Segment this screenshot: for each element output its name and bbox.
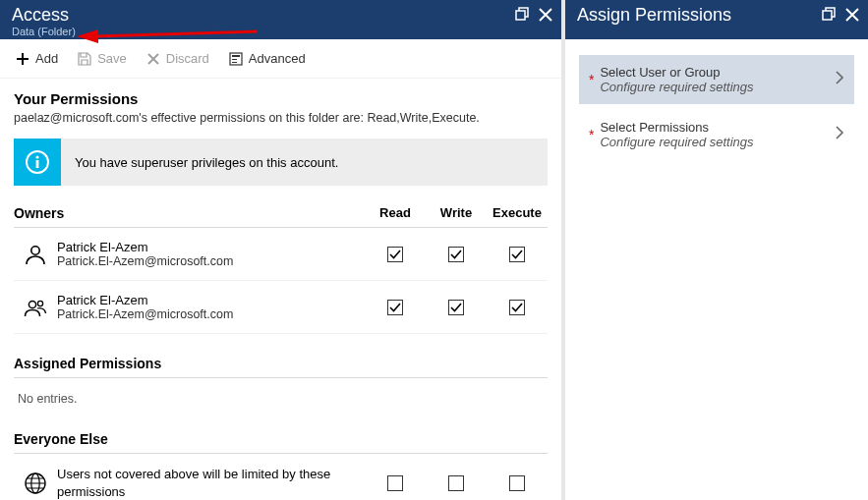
select-permissions[interactable]: * Select Permissions Configure required …	[579, 110, 854, 159]
restore-icon[interactable]	[514, 7, 530, 27]
owner0-execute-checkbox[interactable]	[509, 247, 525, 262]
chevron-right-icon	[835, 71, 844, 88]
discard-button: Discard	[139, 47, 217, 70]
col-write: Write	[426, 205, 487, 221]
svg-rect-2	[232, 55, 240, 57]
svg-point-6	[35, 155, 38, 158]
add-button[interactable]: Add	[8, 47, 66, 70]
person-icon	[14, 243, 57, 266]
access-subtitle: Data (Folder)	[12, 26, 514, 37]
setting-title: Select User or Group	[600, 65, 835, 80]
access-panel: Access Data (Folder) Add Save Discard Ad…	[0, 0, 565, 500]
svg-rect-0	[516, 11, 525, 20]
owner-email: Patrick.El-Azem@microsoft.com	[57, 307, 365, 321]
access-titlebar: Access Data (Folder)	[0, 0, 561, 39]
owners-header: Owners Read Write Execute	[14, 205, 548, 228]
svg-rect-7	[36, 160, 39, 168]
advanced-button[interactable]: Advanced	[221, 47, 314, 70]
toolbar: Add Save Discard Advanced	[0, 39, 561, 79]
restore-icon[interactable]	[821, 7, 837, 27]
group-icon	[14, 296, 57, 319]
close-icon[interactable]	[844, 7, 860, 27]
close-icon[interactable]	[538, 7, 553, 27]
owner1-execute-checkbox[interactable]	[509, 300, 525, 315]
everyone-heading: Everyone Else	[14, 431, 548, 454]
setting-sub: Configure required settings	[600, 135, 835, 149]
assigned-empty: No entries.	[14, 378, 548, 427]
svg-rect-13	[823, 11, 832, 20]
everyone-row: Users not covered above will be limited …	[14, 454, 548, 500]
info-banner-text: You have superuser privileges on this ac…	[61, 155, 338, 170]
advanced-icon	[229, 52, 243, 66]
owner-row: Patrick El-Azem Patrick.El-Azem@microsof…	[14, 228, 548, 281]
required-indicator: *	[589, 128, 594, 141]
discard-icon	[146, 52, 160, 66]
everyone-read-checkbox[interactable]	[387, 475, 403, 491]
owners-heading: Owners	[14, 205, 365, 221]
info-icon	[14, 139, 61, 186]
col-execute: Execute	[487, 205, 548, 221]
your-permissions-heading: Your Permissions	[14, 90, 548, 107]
chevron-right-icon	[835, 126, 844, 143]
assigned-heading: Assigned Permissions	[14, 356, 548, 378]
owner1-write-checkbox[interactable]	[448, 300, 464, 315]
assign-title: Assign Permissions	[577, 5, 821, 26]
svg-rect-3	[232, 59, 237, 60]
owner-email: Patrick.El-Azem@microsoft.com	[57, 254, 365, 268]
info-banner: You have superuser privileges on this ac…	[14, 139, 548, 186]
your-permissions-desc: paelaz@microsoft.com's effective permiss…	[14, 111, 548, 125]
owner1-read-checkbox[interactable]	[387, 300, 403, 315]
owner0-read-checkbox[interactable]	[387, 247, 403, 262]
owner-row: Patrick El-Azem Patrick.El-Azem@microsof…	[14, 281, 548, 334]
save-icon	[78, 52, 91, 66]
svg-point-9	[29, 301, 35, 307]
everyone-write-checkbox[interactable]	[448, 475, 464, 491]
svg-point-10	[37, 301, 42, 306]
owner-name: Patrick El-Azem	[57, 293, 365, 307]
access-title: Access	[12, 5, 514, 26]
setting-title: Select Permissions	[600, 120, 835, 135]
owner-name: Patrick El-Azem	[57, 240, 365, 254]
everyone-execute-checkbox[interactable]	[509, 475, 525, 491]
owner0-write-checkbox[interactable]	[448, 247, 464, 262]
assign-permissions-panel: Assign Permissions * Select User or Grou…	[565, 0, 868, 500]
select-user-group[interactable]: * Select User or Group Configure require…	[579, 55, 854, 104]
setting-sub: Configure required settings	[600, 80, 835, 94]
svg-rect-4	[232, 62, 237, 63]
svg-point-8	[31, 246, 39, 253]
required-indicator: *	[589, 73, 594, 86]
assign-titlebar: Assign Permissions	[565, 0, 868, 39]
everyone-text: Users not covered above will be limited …	[57, 466, 365, 500]
save-button: Save	[70, 47, 135, 70]
globe-icon	[14, 472, 57, 495]
col-read: Read	[365, 205, 426, 221]
plus-icon	[16, 52, 29, 66]
